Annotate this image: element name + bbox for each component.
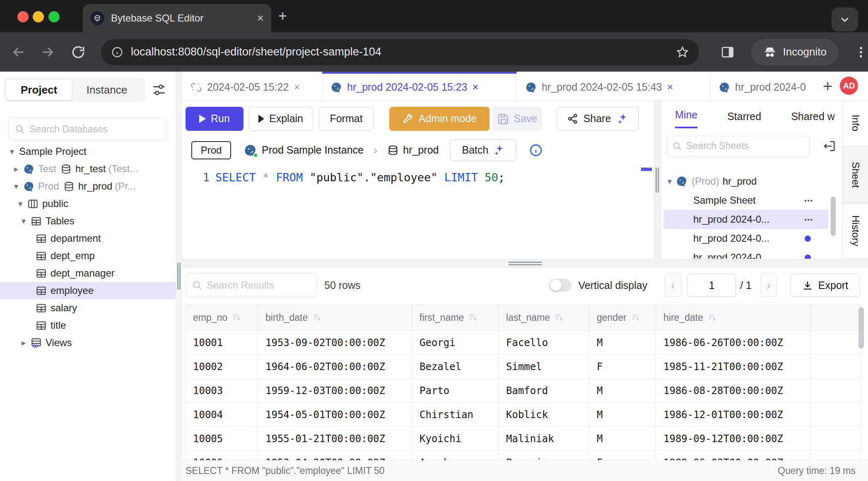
sheet-item-unsaved-2[interactable]: hr_prod 2024-0... <box>663 248 828 259</box>
caret-down-icon[interactable]: ▾ <box>22 216 31 226</box>
table-cell[interactable]: 1964-06-02T00:00:00Z <box>258 355 412 378</box>
close-window-button[interactable] <box>17 11 29 22</box>
table-cell[interactable]: Bamford <box>499 379 589 402</box>
sheet-group-hr-prod[interactable]: ▾ (Prod) hr_prod <box>663 172 828 191</box>
admin-mode-button[interactable]: Admin mode <box>389 107 489 131</box>
column-header[interactable]: hire_date <box>656 305 811 330</box>
side-panel-icon[interactable] <box>721 45 735 59</box>
tree-item-table-dept-emp[interactable]: dept_emp <box>0 247 176 265</box>
table-cell[interactable]: M <box>589 331 656 354</box>
column-header[interactable]: first_name <box>412 305 499 330</box>
caret-down-icon[interactable]: ▾ <box>14 181 23 191</box>
browser-tab-close-icon[interactable]: × <box>257 12 264 24</box>
table-row[interactable]: 10002 1964-06-02T00:00:00Z Bezalel Simme… <box>186 355 861 379</box>
sort-icon[interactable] <box>231 313 241 322</box>
tab-sheet[interactable]: Sheet <box>843 146 868 204</box>
tree-item-public-schema[interactable]: ▾ public <box>0 195 176 212</box>
editor-tab-3[interactable]: hr_prod 2024-02-05 15:43 × <box>517 72 710 101</box>
table-cell[interactable]: 10004 <box>186 403 258 426</box>
table-row[interactable]: 10003 1959-12-03T00:00:00Z Parto Bamford… <box>186 379 861 403</box>
editor-tab-1[interactable]: 2024-02-05 15:22 × <box>182 72 322 101</box>
table-cell[interactable]: Parto <box>412 379 499 402</box>
sort-icon[interactable] <box>631 313 641 322</box>
editor-tab-2-active[interactable]: hr_prod 2024-02-05 15:23 × <box>322 72 517 101</box>
sheet-item-selected[interactable]: hr_prod 2024-0... ••• <box>663 210 828 229</box>
sort-icon[interactable] <box>312 313 322 322</box>
search-databases-input[interactable]: Search Databases <box>8 118 166 140</box>
splitter-handle[interactable] <box>177 263 181 289</box>
table-cell[interactable]: 1953-04-20T00:00:00Z <box>258 451 412 460</box>
zoom-window-button[interactable] <box>48 11 60 22</box>
table-row[interactable]: 10001 1953-09-02T00:00:00Z Georgi Facell… <box>186 331 861 355</box>
table-cell[interactable]: F <box>589 355 656 378</box>
table-cell[interactable]: 1953-09-02T00:00:00Z <box>258 331 412 354</box>
column-header[interactable]: birth_date <box>258 305 412 330</box>
table-cell[interactable]: M <box>589 427 656 450</box>
table-cell[interactable]: Koblick <box>499 403 589 426</box>
table-cell[interactable]: 10006 <box>186 451 258 460</box>
batch-button[interactable]: Batch <box>450 139 516 161</box>
search-results-input[interactable]: Search Results <box>186 273 318 297</box>
table-cell[interactable]: Anneke <box>412 451 499 460</box>
tree-item-table-employee[interactable]: employee <box>0 282 176 299</box>
import-sheet-icon[interactable] <box>823 139 836 153</box>
run-button[interactable]: Run <box>186 107 244 131</box>
bookmark-star-icon[interactable] <box>676 46 689 59</box>
caret-right-icon[interactable]: ▸ <box>22 338 31 348</box>
site-info-icon[interactable] <box>111 46 123 58</box>
format-button[interactable]: Format <box>319 107 374 131</box>
sheet-item-sample-sheet[interactable]: Sample Sheet ••• <box>663 191 828 210</box>
table-cell[interactable]: Simmel <box>499 355 589 378</box>
caret-down-icon[interactable]: ▾ <box>10 147 19 156</box>
editor-tab-4[interactable]: hr_prod 2024-0 <box>710 72 816 101</box>
vertical-display-toggle[interactable] <box>549 279 571 292</box>
column-header[interactable]: gender <box>589 305 656 330</box>
table-cell[interactable]: 1954-05-01T00:00:00Z <box>258 403 412 426</box>
sheet-panel-splitter[interactable] <box>653 101 662 259</box>
results-scrollbar[interactable] <box>858 307 864 349</box>
table-cell[interactable]: 10005 <box>186 427 258 450</box>
tree-item-project[interactable]: ▾ Sample Project <box>0 143 176 160</box>
close-icon[interactable]: × <box>667 81 673 94</box>
table-cell[interactable]: 1959-12-03T00:00:00Z <box>258 379 412 402</box>
save-button[interactable]: Save <box>493 107 542 131</box>
table-cell[interactable]: 1986-12-01T00:00:00Z <box>656 403 811 426</box>
table-cell[interactable]: M <box>589 379 656 402</box>
tab-shared[interactable]: Shared w <box>791 111 835 128</box>
table-cell[interactable]: 10002 <box>186 355 258 378</box>
table-cell[interactable]: Georgi <box>412 331 499 354</box>
table-cell[interactable]: 1955-01-21T00:00:00Z <box>258 427 412 450</box>
prev-page-button[interactable]: ‹ <box>665 274 681 297</box>
table-cell[interactable]: Facello <box>499 331 589 354</box>
table-cell[interactable]: 1989-06-02T00:00:00Z <box>656 451 811 460</box>
table-row[interactable]: 10005 1955-01-21T00:00:00Z Kyoichi Malin… <box>186 427 861 451</box>
search-sheets-input[interactable]: Search Sheets <box>667 136 810 156</box>
browser-tab[interactable]: Bytebase SQL Editor × <box>83 4 271 32</box>
sort-icon[interactable] <box>707 313 717 322</box>
explain-button[interactable]: Explain <box>248 107 313 131</box>
sheet-item-unsaved[interactable]: hr_prod 2024-0... <box>663 229 828 248</box>
more-icon[interactable]: ••• <box>804 197 813 204</box>
tab-info[interactable]: Info <box>843 101 868 146</box>
tree-item-views-group[interactable]: ▸ Views <box>0 334 176 351</box>
tree-item-hr-test[interactable]: ▸ Test hr_test (Test... <box>0 160 176 178</box>
sidebar-splitter[interactable] <box>176 72 182 481</box>
browser-menu-icon[interactable] <box>854 45 868 59</box>
tab-mine[interactable]: Mine <box>675 109 697 128</box>
table-cell[interactable]: Maliniak <box>499 427 589 450</box>
table-cell[interactable]: 1986-08-28T00:00:00Z <box>656 379 811 402</box>
instance-name[interactable]: Prod Sample Instance <box>262 144 364 156</box>
tree-item-hr-prod[interactable]: ▾ Prod hr_prod (Pr... <box>0 178 176 195</box>
forward-icon[interactable] <box>41 45 55 59</box>
tree-item-tables-group[interactable]: ▾ Tables <box>0 212 176 230</box>
back-icon[interactable] <box>12 45 26 59</box>
table-cell[interactable]: 10001 <box>186 331 258 354</box>
table-cell[interactable]: 1989-09-12T00:00:00Z <box>656 427 811 450</box>
tree-item-table-department[interactable]: department <box>0 230 176 247</box>
tree-item-table-title[interactable]: title <box>0 317 176 334</box>
table-cell[interactable]: Preusig <box>499 451 589 460</box>
table-cell[interactable]: 1985-11-21T00:00:00Z <box>656 355 811 378</box>
column-header[interactable]: last_name <box>499 305 589 330</box>
sort-icon[interactable] <box>468 313 478 322</box>
tree-item-table-dept-manager[interactable]: dept_manager <box>0 265 176 282</box>
